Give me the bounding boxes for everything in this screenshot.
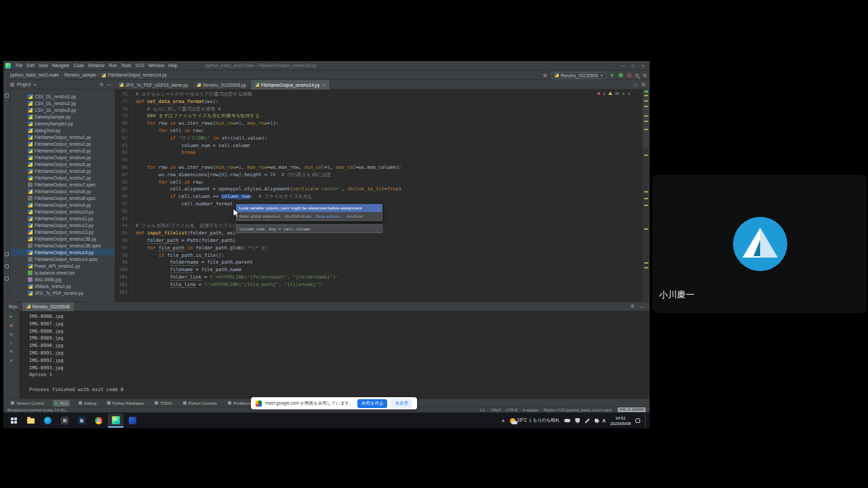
project-file-row[interactable]: FileNameOutput_renshu13B.py bbox=[10, 235, 115, 242]
app-button-2[interactable] bbox=[125, 413, 140, 428]
toolwindow-python-packages[interactable]: Python Packages bbox=[105, 400, 146, 407]
project-file-row[interactable]: FileNameOutput_renshu9.py bbox=[10, 201, 115, 208]
project-file-row[interactable]: FileNameOutput_renshu2.py bbox=[10, 140, 115, 147]
minimize-icon[interactable]: — bbox=[618, 61, 628, 70]
toolwindow-version-control[interactable]: Version Control bbox=[9, 400, 46, 407]
hide-panel-icon[interactable]: — bbox=[107, 82, 112, 87]
restart-icon[interactable]: ↻ bbox=[9, 331, 12, 337]
project-file-row[interactable]: JPG_To_PDF_renshu.py bbox=[10, 289, 115, 296]
breadcrumb-item[interactable]: python_basic_sec2-main bbox=[10, 73, 59, 77]
edge-button[interactable] bbox=[40, 413, 56, 428]
more-actions-link[interactable]: More actions... bbox=[316, 214, 342, 218]
editor-tab[interactable]: JPG_To_PDF_USF03_dame.py bbox=[115, 80, 193, 89]
project-file-row[interactable]: CSV_DL_renshu1.py bbox=[10, 93, 115, 100]
editor-tab[interactable]: Renshu_20230508.py bbox=[193, 80, 251, 89]
tab-list-icon[interactable]: ☰ bbox=[642, 82, 646, 87]
clear-console-icon[interactable]: × bbox=[9, 358, 12, 363]
ime-indicator[interactable]: A bbox=[602, 418, 606, 423]
project-file-row[interactable]: FileNameOutput_renshu10.py bbox=[10, 208, 115, 215]
start-button[interactable] bbox=[6, 413, 22, 428]
settings-gear-icon[interactable]: ⚙ bbox=[100, 82, 104, 87]
app-button-1[interactable] bbox=[57, 413, 73, 428]
more-options-icon[interactable]: ⋮ bbox=[375, 226, 379, 231]
debug-button[interactable] bbox=[618, 73, 623, 77]
toolwindow-python-console[interactable]: Python Console bbox=[181, 400, 219, 407]
menu-item-edit[interactable]: Edit bbox=[24, 63, 36, 68]
soft-wrap-icon[interactable]: ≡ bbox=[9, 349, 12, 354]
status-item[interactable]: 4 spaces bbox=[523, 408, 538, 412]
quick-fix-action[interactable]: Make global statement bbox=[239, 214, 280, 218]
chrome-button[interactable] bbox=[91, 413, 106, 428]
hide-panel-icon[interactable]: — bbox=[640, 304, 645, 309]
project-file-row[interactable]: FileNameOutput_renshu7.py bbox=[10, 174, 115, 181]
notification-icon[interactable] bbox=[635, 418, 640, 423]
split-editor-icon[interactable]: ▢ bbox=[633, 82, 637, 87]
participant-tile[interactable]: 小川慶一 bbox=[652, 175, 867, 313]
stripe-project-icon[interactable] bbox=[5, 94, 9, 98]
breadcrumb-item[interactable]: FileNameOutput_renshu14.py bbox=[108, 73, 167, 77]
build-icon[interactable]: ⚒ bbox=[543, 73, 547, 78]
project-file-row[interactable]: FileNameOutput_renshu3.py bbox=[10, 147, 115, 154]
status-item[interactable]: CRLF bbox=[490, 408, 500, 412]
weather-widget[interactable]: 15°C くもりのち晴れ bbox=[510, 418, 560, 424]
menu-item-navigate[interactable]: Navigate bbox=[50, 63, 72, 68]
status-item[interactable]: Python 3.10 (python_basic_sec2-main) bbox=[544, 408, 612, 412]
security-shield-icon[interactable] bbox=[575, 418, 580, 424]
toolwindow-problems[interactable]: Problems bbox=[226, 400, 252, 407]
inspections-widget[interactable]: 1 30 ∧ ∨ bbox=[597, 91, 631, 96]
settings-gear-icon[interactable]: ⚙ bbox=[643, 73, 647, 78]
project-file-row[interactable]: FileNameOutput_renshu1.py bbox=[10, 134, 115, 140]
menu-item-tools[interactable]: Tools bbox=[119, 63, 133, 68]
project-file-row[interactable]: CSV_DL_renshu2.py bbox=[10, 100, 115, 106]
project-file-row[interactable]: FileNameOutput_renshu7.spec bbox=[10, 181, 115, 188]
memory-indicator[interactable]: 441 of 1004M bbox=[618, 407, 646, 412]
project-file-row[interactable]: dialogTest.py bbox=[10, 127, 115, 134]
stop-icon[interactable]: ■ bbox=[9, 323, 12, 328]
run-config-selector[interactable]: Renshu_20230508 ▼ bbox=[551, 72, 607, 79]
search-icon[interactable] bbox=[635, 74, 639, 77]
project-file-row[interactable]: CSV_DL_renshu3.py bbox=[10, 106, 115, 113]
project-file-row[interactable]: FileNameOutput_renshu8.py bbox=[10, 188, 115, 195]
next-issue-icon[interactable]: ∨ bbox=[628, 91, 631, 96]
menu-item-vcs[interactable]: VCS bbox=[134, 63, 146, 68]
toolwindow-run[interactable]: Run bbox=[53, 400, 70, 407]
breadcrumb-item[interactable]: Renshu_sample bbox=[64, 73, 96, 77]
project-file-row[interactable]: FileNameOutput_renshu14.py bbox=[10, 249, 115, 256]
menu-item-refactor[interactable]: Refactor bbox=[86, 63, 107, 68]
show-desktop-button[interactable] bbox=[645, 413, 648, 429]
project-file-row[interactable]: FileNameOutput_renshu6.py bbox=[10, 167, 115, 174]
project-file-row[interactable]: IRBank_reshu1.py bbox=[10, 283, 115, 289]
code-editor[interactable]: 76# エクセルシートのデータエリアの書式設定する関数77def set_dat… bbox=[115, 89, 642, 302]
project-file-row[interactable]: Freee_API_renshu1.py bbox=[10, 262, 115, 269]
pen-icon[interactable] bbox=[585, 418, 590, 423]
hidden-icons-chevron[interactable]: ∧ bbox=[501, 418, 505, 424]
file-explorer-button[interactable] bbox=[23, 413, 39, 428]
project-file-row[interactable]: IMG-0986.jpg bbox=[10, 276, 115, 283]
project-file-row[interactable]: fy-balance-sheet.csv bbox=[10, 269, 115, 276]
project-file-row[interactable]: FileNameOutput_renshu8.spec bbox=[10, 195, 115, 201]
editor-scrollbar[interactable] bbox=[642, 89, 650, 302]
project-file-row[interactable]: FileNameOutput_renshu4.py bbox=[10, 154, 115, 161]
app-button-b[interactable]: b bbox=[74, 413, 90, 428]
project-file-row[interactable]: FileNameOutput_renshu5.py bbox=[10, 161, 115, 167]
project-panel-header[interactable]: Project ▼ ⚙ — bbox=[3, 80, 115, 89]
menu-item-view[interactable]: View bbox=[37, 63, 50, 68]
cloud-icon[interactable] bbox=[564, 419, 570, 422]
stripe-structure-icon[interactable] bbox=[5, 252, 9, 256]
menu-item-help[interactable]: Help bbox=[166, 63, 179, 68]
status-item[interactable]: 1:1 bbox=[479, 408, 485, 412]
project-file-row[interactable]: DammySample2.py bbox=[10, 120, 115, 127]
project-file-row[interactable]: FileNameOutput_renshu13B.spec bbox=[10, 242, 115, 249]
hide-toast-button[interactable]: 非表示 bbox=[391, 399, 412, 408]
menu-item-code[interactable]: Code bbox=[71, 63, 86, 68]
prev-issue-icon[interactable]: ∧ bbox=[622, 91, 625, 96]
more-options-icon[interactable]: ⋮ bbox=[376, 206, 380, 211]
run-button[interactable] bbox=[611, 73, 614, 77]
status-item[interactable]: UTF-8 bbox=[506, 408, 517, 412]
pycharm-button[interactable]: PC bbox=[108, 413, 123, 428]
menu-item-run[interactable]: Run bbox=[106, 63, 119, 68]
menu-item-window[interactable]: Window bbox=[146, 63, 166, 68]
tab-close-icon[interactable]: × bbox=[323, 83, 326, 87]
console-output[interactable]: IMG-0986.jpgIMG-0987.jpgIMG-0988.jpgIMG-… bbox=[20, 311, 650, 399]
rerun-icon[interactable]: ▶ bbox=[9, 314, 12, 319]
